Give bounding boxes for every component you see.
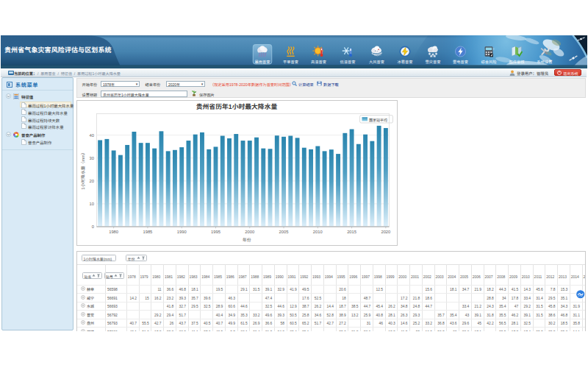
svg-text:2005: 2005 (279, 228, 289, 235)
svg-text:系统设置: 系统设置 (537, 59, 553, 64)
svg-text:雷电普查: 雷电普查 (453, 59, 468, 64)
svg-text:贵州省气象灾害风险评估与区划系统: 贵州省气象灾害风险评估与区划系统 (4, 45, 112, 54)
svg-text:综合风险: 综合风险 (481, 59, 498, 64)
svg-text:年份: 年份 (243, 236, 251, 242)
svg-text:2015: 2015 (347, 228, 356, 235)
svg-text:高温普查: 高温普查 (311, 59, 326, 64)
svg-text:贵州省历年1小时最大降水量: 贵州省历年1小时最大降水量 (196, 101, 278, 110)
svg-text:1990: 1990 (177, 228, 187, 235)
svg-text:2010: 2010 (313, 228, 323, 235)
svg-text:20: 20 (90, 177, 94, 183)
svg-text:40: 40 (90, 131, 94, 138)
svg-text:1980: 1980 (109, 228, 118, 235)
svg-text:图件审核: 图件审核 (509, 59, 525, 64)
svg-text:干旱普查: 干旱普查 (283, 59, 298, 64)
svg-text:雪灾普查: 雪灾普查 (426, 59, 441, 64)
svg-text:10: 10 (90, 199, 94, 206)
svg-text:1995: 1995 (211, 228, 220, 235)
svg-text:暴雨普查: 暴雨普查 (255, 59, 270, 64)
svg-text:2000: 2000 (245, 228, 254, 235)
svg-text:国家站平均: 国家站平均 (369, 116, 387, 121)
svg-text:0: 0 (92, 223, 94, 230)
svg-text:大风普查: 大风普查 (369, 59, 384, 64)
svg-text:低温普查: 低温普查 (340, 59, 356, 64)
svg-text:1小时降水量（mm）: 1小时降水量（mm） (79, 150, 86, 189)
svg-text:1985: 1985 (143, 228, 152, 235)
svg-text:冰雹普查: 冰雹普查 (398, 59, 413, 64)
svg-text:30: 30 (90, 154, 94, 160)
svg-text:2020: 2020 (381, 228, 390, 235)
